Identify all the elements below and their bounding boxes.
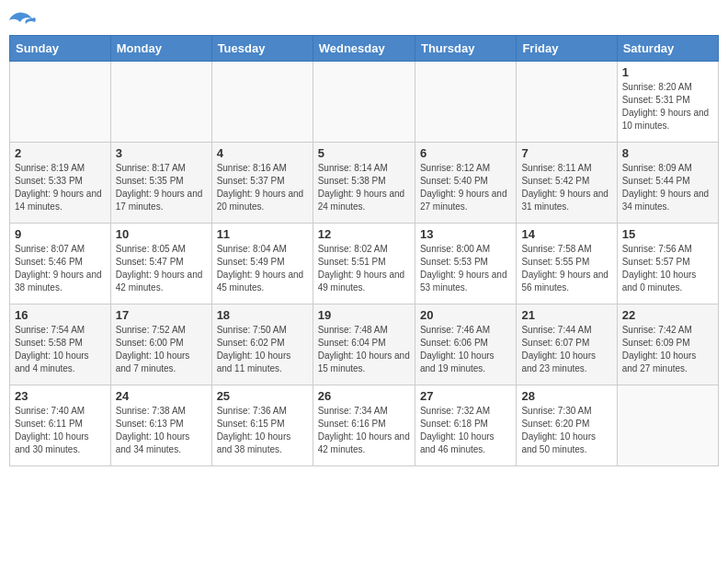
- day-info: Sunrise: 8:19 AM Sunset: 5:33 PM Dayligh…: [15, 162, 106, 213]
- calendar-table: SundayMondayTuesdayWednesdayThursdayFrid…: [9, 35, 719, 466]
- day-info: Sunrise: 7:50 AM Sunset: 6:02 PM Dayligh…: [217, 324, 308, 375]
- day-info: Sunrise: 7:38 AM Sunset: 6:13 PM Dayligh…: [116, 405, 207, 456]
- weekday-header-saturday: Saturday: [617, 36, 718, 62]
- day-number: 14: [521, 227, 611, 241]
- calendar-cell: 22Sunrise: 7:42 AM Sunset: 6:09 PM Dayli…: [617, 304, 718, 385]
- calendar-cell: 26Sunrise: 7:34 AM Sunset: 6:16 PM Dayli…: [313, 385, 415, 466]
- day-info: Sunrise: 8:14 AM Sunset: 5:38 PM Dayligh…: [318, 162, 410, 213]
- day-info: Sunrise: 8:07 AM Sunset: 5:46 PM Dayligh…: [15, 243, 106, 294]
- day-info: Sunrise: 8:17 AM Sunset: 5:35 PM Dayligh…: [116, 162, 207, 213]
- calendar-cell: [415, 62, 516, 143]
- calendar-cell: 6Sunrise: 8:12 AM Sunset: 5:40 PM Daylig…: [415, 143, 516, 224]
- day-number: 23: [15, 389, 106, 403]
- calendar-cell: 4Sunrise: 8:16 AM Sunset: 5:37 PM Daylig…: [211, 143, 313, 224]
- day-number: 4: [217, 146, 308, 160]
- calendar-cell: 13Sunrise: 8:00 AM Sunset: 5:53 PM Dayli…: [415, 224, 516, 304]
- week-row-5: 23Sunrise: 7:40 AM Sunset: 6:11 PM Dayli…: [10, 385, 719, 466]
- day-number: 12: [318, 227, 410, 241]
- calendar-cell: 19Sunrise: 7:48 AM Sunset: 6:04 PM Dayli…: [313, 304, 415, 385]
- day-number: 3: [116, 146, 207, 160]
- calendar-cell: 2Sunrise: 8:19 AM Sunset: 5:33 PM Daylig…: [10, 143, 111, 224]
- day-info: Sunrise: 8:12 AM Sunset: 5:40 PM Dayligh…: [420, 162, 511, 213]
- day-number: 15: [622, 227, 713, 241]
- day-info: Sunrise: 7:56 AM Sunset: 5:57 PM Dayligh…: [622, 243, 713, 294]
- calendar-cell: 3Sunrise: 8:17 AM Sunset: 5:35 PM Daylig…: [110, 143, 211, 224]
- calendar-cell: 23Sunrise: 7:40 AM Sunset: 6:11 PM Dayli…: [10, 385, 111, 466]
- day-info: Sunrise: 8:05 AM Sunset: 5:47 PM Dayligh…: [116, 243, 207, 294]
- calendar-cell: 17Sunrise: 7:52 AM Sunset: 6:00 PM Dayli…: [110, 304, 211, 385]
- day-info: Sunrise: 7:54 AM Sunset: 5:58 PM Dayligh…: [15, 324, 106, 375]
- weekday-header-monday: Monday: [110, 36, 211, 62]
- week-row-3: 9Sunrise: 8:07 AM Sunset: 5:46 PM Daylig…: [10, 224, 719, 304]
- day-info: Sunrise: 8:16 AM Sunset: 5:37 PM Dayligh…: [217, 162, 308, 213]
- calendar-cell: [517, 62, 617, 143]
- day-number: 20: [420, 308, 511, 322]
- day-number: 10: [116, 227, 207, 241]
- day-info: Sunrise: 7:40 AM Sunset: 6:11 PM Dayligh…: [15, 405, 106, 456]
- calendar-cell: 27Sunrise: 7:32 AM Sunset: 6:18 PM Dayli…: [415, 385, 516, 466]
- day-number: 17: [116, 308, 207, 322]
- calendar-cell: 5Sunrise: 8:14 AM Sunset: 5:38 PM Daylig…: [313, 143, 415, 224]
- weekday-header-sunday: Sunday: [10, 36, 111, 62]
- day-info: Sunrise: 7:34 AM Sunset: 6:16 PM Dayligh…: [318, 405, 410, 456]
- day-info: Sunrise: 7:52 AM Sunset: 6:00 PM Dayligh…: [116, 324, 207, 375]
- calendar-cell: [313, 62, 415, 143]
- day-info: Sunrise: 7:30 AM Sunset: 6:20 PM Dayligh…: [521, 405, 611, 456]
- calendar-cell: [617, 385, 718, 466]
- day-number: 21: [521, 308, 611, 322]
- day-number: 2: [15, 146, 106, 160]
- day-number: 13: [420, 227, 511, 241]
- day-number: 5: [318, 146, 410, 160]
- week-row-1: 1Sunrise: 8:20 AM Sunset: 5:31 PM Daylig…: [10, 62, 719, 143]
- day-info: Sunrise: 8:20 AM Sunset: 5:31 PM Dayligh…: [622, 81, 713, 132]
- weekday-header-thursday: Thursday: [415, 36, 516, 62]
- week-row-4: 16Sunrise: 7:54 AM Sunset: 5:58 PM Dayli…: [10, 304, 719, 385]
- day-number: 25: [217, 389, 308, 403]
- calendar-cell: 8Sunrise: 8:09 AM Sunset: 5:44 PM Daylig…: [617, 143, 718, 224]
- calendar-cell: 15Sunrise: 7:56 AM Sunset: 5:57 PM Dayli…: [617, 224, 718, 304]
- calendar-cell: [10, 62, 111, 143]
- calendar-cell: 18Sunrise: 7:50 AM Sunset: 6:02 PM Dayli…: [211, 304, 313, 385]
- calendar-cell: 14Sunrise: 7:58 AM Sunset: 5:55 PM Dayli…: [517, 224, 617, 304]
- calendar-cell: 10Sunrise: 8:05 AM Sunset: 5:47 PM Dayli…: [110, 224, 211, 304]
- calendar-cell: 11Sunrise: 8:04 AM Sunset: 5:49 PM Dayli…: [211, 224, 313, 304]
- calendar-cell: [110, 62, 211, 143]
- day-number: 1: [622, 65, 713, 79]
- calendar-cell: 16Sunrise: 7:54 AM Sunset: 5:58 PM Dayli…: [10, 304, 111, 385]
- day-number: 19: [318, 308, 410, 322]
- calendar-cell: 9Sunrise: 8:07 AM Sunset: 5:46 PM Daylig…: [10, 224, 111, 304]
- day-number: 22: [622, 308, 713, 322]
- day-number: 24: [116, 389, 207, 403]
- day-info: Sunrise: 8:09 AM Sunset: 5:44 PM Dayligh…: [622, 162, 713, 213]
- calendar-cell: 12Sunrise: 8:02 AM Sunset: 5:51 PM Dayli…: [313, 224, 415, 304]
- day-info: Sunrise: 8:00 AM Sunset: 5:53 PM Dayligh…: [420, 243, 511, 294]
- day-info: Sunrise: 7:32 AM Sunset: 6:18 PM Dayligh…: [420, 405, 511, 456]
- day-number: 8: [622, 146, 713, 160]
- calendar-cell: 25Sunrise: 7:36 AM Sunset: 6:15 PM Dayli…: [211, 385, 313, 466]
- calendar-cell: 21Sunrise: 7:44 AM Sunset: 6:07 PM Dayli…: [517, 304, 617, 385]
- header: [9, 9, 719, 31]
- day-info: Sunrise: 7:36 AM Sunset: 6:15 PM Dayligh…: [217, 405, 308, 456]
- weekday-header-tuesday: Tuesday: [211, 36, 313, 62]
- day-info: Sunrise: 8:02 AM Sunset: 5:51 PM Dayligh…: [318, 243, 410, 294]
- weekday-header-wednesday: Wednesday: [313, 36, 415, 62]
- day-number: 7: [521, 146, 611, 160]
- day-info: Sunrise: 7:46 AM Sunset: 6:06 PM Dayligh…: [420, 324, 511, 375]
- logo: [9, 9, 40, 31]
- day-info: Sunrise: 7:58 AM Sunset: 5:55 PM Dayligh…: [521, 243, 611, 294]
- day-info: Sunrise: 8:11 AM Sunset: 5:42 PM Dayligh…: [521, 162, 611, 213]
- day-number: 11: [217, 227, 308, 241]
- day-number: 16: [15, 308, 106, 322]
- calendar-cell: 7Sunrise: 8:11 AM Sunset: 5:42 PM Daylig…: [517, 143, 617, 224]
- day-info: Sunrise: 8:04 AM Sunset: 5:49 PM Dayligh…: [217, 243, 308, 294]
- day-number: 6: [420, 146, 511, 160]
- day-info: Sunrise: 7:48 AM Sunset: 6:04 PM Dayligh…: [318, 324, 410, 375]
- day-number: 9: [15, 227, 106, 241]
- day-info: Sunrise: 7:44 AM Sunset: 6:07 PM Dayligh…: [521, 324, 611, 375]
- logo-icon: [9, 9, 37, 31]
- calendar-cell: 20Sunrise: 7:46 AM Sunset: 6:06 PM Dayli…: [415, 304, 516, 385]
- day-number: 18: [217, 308, 308, 322]
- day-info: Sunrise: 7:42 AM Sunset: 6:09 PM Dayligh…: [622, 324, 713, 375]
- day-number: 28: [521, 389, 611, 403]
- calendar-cell: 1Sunrise: 8:20 AM Sunset: 5:31 PM Daylig…: [617, 62, 718, 143]
